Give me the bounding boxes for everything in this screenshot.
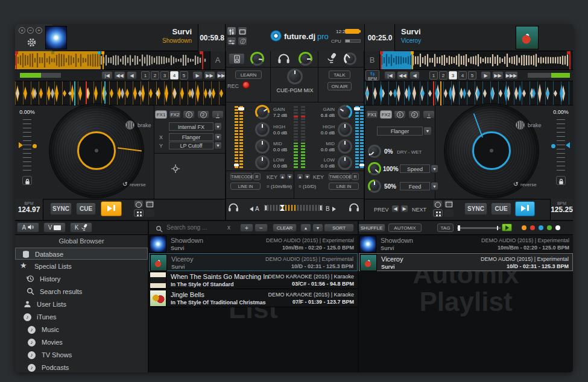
ch-b-mid-knob[interactable] <box>338 139 352 154</box>
cue-pgm-mix-knob[interactable] <box>287 69 303 84</box>
tag-dot-green[interactable] <box>547 225 552 230</box>
tag-dot-blue[interactable] <box>539 225 543 230</box>
deck-a-overview-waveform[interactable] <box>15 51 210 69</box>
fx-download-icon[interactable]: ↓ <box>423 110 435 119</box>
shuffle-button[interactable]: SHUFFLE <box>358 224 385 232</box>
deck-a-keylock-button[interactable] <box>22 176 32 185</box>
deck-b-display-mode-button[interactable] <box>444 200 454 208</box>
ch-a-mid-knob[interactable] <box>255 139 270 154</box>
minimize-icon[interactable]: − <box>27 27 34 34</box>
deck-b-fx-preset1-tab[interactable]: 1 <box>394 110 406 119</box>
on-air-button[interactable]: ON AIR <box>327 82 352 90</box>
automix-fade-handle[interactable] <box>458 225 460 231</box>
deck-b-keylock-button[interactable] <box>556 176 566 185</box>
karaoke-toggle-button[interactable]: K <box>70 222 92 233</box>
fx-download-icon[interactable]: ↓ <box>212 110 224 119</box>
deck-b-rewind-button[interactable]: ◀◀ <box>397 71 408 80</box>
reverse-icon[interactable]: ↺ <box>513 181 518 187</box>
gear-icon[interactable] <box>27 37 37 50</box>
playlist-row-selected[interactable]: Viceroy Survi DEMO AUDIO (2015) | Experi… <box>359 253 573 271</box>
deck-b-cue-button[interactable]: CUE <box>491 202 511 215</box>
deck-b-fader-handle[interactable] <box>354 107 360 110</box>
deck-b-pitch-slider[interactable] <box>557 119 565 174</box>
deck-b-prev-button[interactable]: ◀ <box>391 205 399 213</box>
deck-a-cue-headphones-icon[interactable] <box>228 202 239 214</box>
sidebar-item-podcasts[interactable]: ♪ Podcasts <box>15 362 148 372</box>
deck-a-step-back-button[interactable]: ◀ <box>127 71 137 80</box>
playlist-row[interactable]: Showdown Survi DEMO AUDIO (2015) | Exper… <box>359 235 573 253</box>
deck-b-overview-waveform[interactable] <box>380 51 573 69</box>
view-window-button[interactable] <box>238 27 247 36</box>
deck-b-pad-view-button[interactable] <box>433 209 443 217</box>
deck-b-param2-knob[interactable] <box>368 180 381 193</box>
sidebar-item-tv-shows[interactable]: ♪ TV Shows <box>15 349 148 361</box>
audio-toggle-button[interactable]: A <box>17 222 39 233</box>
deck-a-fx-y-select[interactable]: LP Cutoff <box>169 142 213 149</box>
deck-b-drywet-knob[interactable] <box>368 145 381 158</box>
info-icon[interactable]: ⓘ <box>238 37 247 46</box>
track-row[interactable]: When The Saints Go Marching In In The St… <box>149 271 358 289</box>
deck-a-timecode-button[interactable]: TIMECODE <box>230 173 252 180</box>
learn-button[interactable]: LEARN <box>235 70 262 79</box>
deck-b-hotcue-2[interactable]: 2 <box>439 71 447 80</box>
deck-b-line-in-button[interactable]: LINE IN <box>329 183 359 190</box>
deck-b-play-button[interactable] <box>515 201 535 216</box>
deck-a-reverse-label[interactable]: reverse <box>130 182 146 187</box>
sidebar-item-user-lists[interactable]: User Lists <box>15 298 148 310</box>
deck-a-fx-preset1-tab[interactable]: 1 <box>183 110 195 119</box>
deck-a-line-in-button[interactable]: LINE IN <box>230 183 261 190</box>
sidebar-item-special-lists[interactable]: ★ Special Lists <box>15 260 148 272</box>
deck-b-cue-headphones-icon[interactable] <box>349 202 359 214</box>
brake-icon[interactable] <box>516 121 525 130</box>
deck-a-display-mode-button[interactable] <box>145 200 154 208</box>
track-row-selected[interactable]: Viceroy Survi DEMO AUDIO (2015) | Experi… <box>149 253 358 271</box>
deck-b-step-back-button[interactable]: ◀ <box>409 71 420 80</box>
search-clear-x[interactable]: x <box>227 224 230 231</box>
monitor-speaker-icon[interactable] <box>229 53 245 64</box>
chevron-down-icon[interactable]: ▼ <box>431 164 438 173</box>
chevron-down-icon[interactable]: ▼ <box>214 133 222 141</box>
deck-b-prev-label[interactable]: PREV <box>374 207 389 213</box>
deck-a-brake-label[interactable]: brake <box>138 122 151 128</box>
deck-b-reverse-label[interactable]: reverse <box>520 182 537 187</box>
deck-b-param1-select[interactable]: Speed <box>400 164 430 173</box>
deck-a-pitch-slider[interactable] <box>23 119 31 174</box>
talk-button[interactable]: TALK <box>329 70 350 79</box>
deck-a-sync-button[interactable]: SYNC <box>50 202 72 215</box>
deck-b-hotcue-5[interactable]: 5 <box>468 71 476 80</box>
brake-icon[interactable] <box>125 121 134 130</box>
deck-b-skip-start-button[interactable]: |◀ <box>384 71 396 80</box>
deck-a-ffwd-button[interactable]: ▶▶ <box>204 71 215 80</box>
deck-a-fx-x-select[interactable]: Flanger <box>169 133 213 141</box>
reverse-icon[interactable]: ↺ <box>122 181 127 187</box>
zoom-in-button[interactable]: + <box>240 224 253 232</box>
ch-a-high-knob[interactable] <box>255 122 270 137</box>
deck-a-fader-handle[interactable] <box>238 107 244 110</box>
deck-b-scratch-waveform[interactable] <box>365 81 573 105</box>
deck-a-cue-button[interactable]: CUE <box>76 202 96 215</box>
zoom-out-button[interactable]: − <box>254 224 268 232</box>
view-decks-button[interactable] <box>227 27 236 36</box>
deck-a-key-up-button[interactable]: ▲ <box>279 174 286 180</box>
deck-b-fx2-tab[interactable]: FX2 <box>380 110 392 119</box>
sidebar-item-music[interactable]: ♪ Music <box>15 324 148 336</box>
view-mixer-button[interactable] <box>227 37 236 46</box>
deck-b-timecode-r-button[interactable]: R <box>352 173 359 180</box>
ch-b-high-knob[interactable] <box>338 122 352 137</box>
chevron-down-icon[interactable]: ▼ <box>214 142 222 149</box>
automix-fade-slider[interactable] <box>457 227 501 229</box>
ch-b-gain-knob[interactable] <box>338 105 352 119</box>
deck-a-volume-fader[interactable] <box>239 105 243 168</box>
deck-b-sync-button[interactable]: SYNC <box>464 202 487 215</box>
scroll-up-button[interactable]: ▲ <box>300 224 311 232</box>
deck-a-fx-preset2-tab[interactable]: 2 <box>197 110 209 119</box>
chevron-down-icon[interactable]: ▼ <box>214 122 222 131</box>
deck-a-timecode-r-button[interactable]: R <box>253 173 261 180</box>
deck-a-rewind-button[interactable]: ◀◀ <box>114 71 125 80</box>
deck-b-fx-preset2-tab[interactable]: 2 <box>408 110 420 119</box>
deck-b-jog-mode-button[interactable] <box>433 200 443 208</box>
deck-b-bpm-tap-button[interactable]: 👣BPM <box>365 70 379 81</box>
sidebar-item-movies[interactable]: ♪ Movies <box>15 336 148 348</box>
deck-a-jog-mode-button[interactable] <box>134 200 144 208</box>
deck-a-fx2-tab[interactable]: FX2 <box>169 110 181 119</box>
